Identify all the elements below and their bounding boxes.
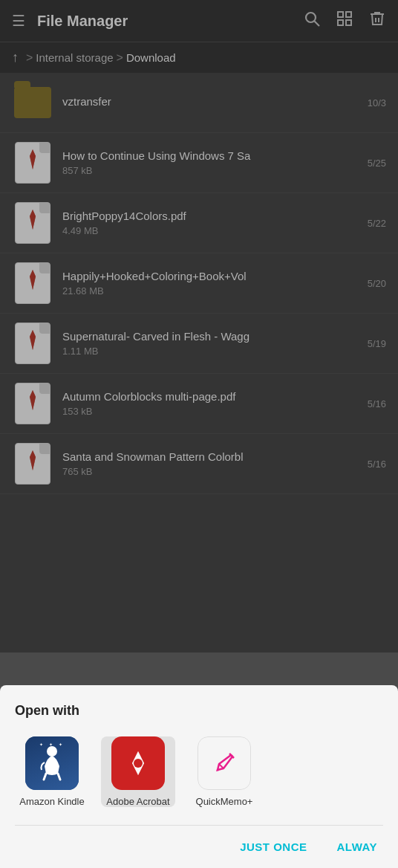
file-date: 10/3 [362,97,386,108]
list-item[interactable]: vztransfer 10/3 [0,73,398,133]
app-option-quickmemo[interactable]: QuickMemo+ [187,736,261,807]
breadcrumb-parent[interactable]: Internal storage [36,51,113,64]
file-size: 153 kB [62,406,362,417]
file-name: Supernatural- Carved in Flesh - Wagg [62,330,362,343]
file-info: vztransfer [62,95,362,111]
file-date: 5/16 [362,398,386,409]
pdf-icon-6 [12,443,53,485]
file-size: 857 kB [62,165,362,176]
up-icon[interactable]: ↑ [12,50,19,65]
header: ☰ File Manager [0,0,398,42]
kindle-icon: ✦ ✦ ✦ [25,736,79,790]
pdf-icon-2 [12,202,53,244]
pdf-icon-5 [12,383,53,424]
quickmemo-label: QuickMemo+ [196,796,253,807]
acrobat-icon [111,736,165,790]
app-title: File Manager [37,13,303,30]
file-date: 5/20 [362,278,386,289]
pdf-icon-1 [12,142,53,184]
list-item[interactable]: Autumn Colorblocks multi-page.pdf 153 kB… [0,374,398,434]
header-actions [303,10,386,32]
file-date: 5/25 [362,158,386,169]
delete-icon[interactable] [368,10,386,32]
app-option-acrobat[interactable]: Adobe Acrobat [101,736,175,807]
kindle-label: Amazon Kindle [19,796,84,807]
file-name: Happily+Hooked+Coloring+Book+Vol [62,270,362,282]
file-size: 4.49 MB [62,225,362,236]
file-name: Autumn Colorblocks multi-page.pdf [62,390,362,403]
list-item[interactable]: BrightPoppy14Colors.pdf 4.49 MB 5/22 [0,193,398,253]
file-date: 5/16 [362,459,386,470]
file-info: Happily+Hooked+Coloring+Book+Vol 21.68 M… [62,270,362,297]
open-with-title: Open with [15,703,383,719]
file-name: Santa and Snowman Pattern Colorbl [62,450,362,463]
file-info: Supernatural- Carved in Flesh - Wagg 1.1… [62,330,362,357]
file-list: vztransfer 10/3 How to Continue Using Wi… [0,73,398,494]
file-name: How to Continue Using Windows 7 Sa [62,149,362,162]
file-name: BrightPoppy14Colors.pdf [62,210,362,222]
file-info: Autumn Colorblocks multi-page.pdf 153 kB [62,390,362,417]
svg-rect-2 [338,12,343,17]
svg-rect-4 [338,20,343,25]
bottom-sheet-actions: JUST ONCE ALWAY [15,825,383,868]
just-once-button[interactable]: JUST ONCE [234,838,313,856]
list-item[interactable]: How to Continue Using Windows 7 Sa 857 k… [0,133,398,193]
file-size: 1.11 MB [62,346,362,357]
file-size: 765 kB [62,466,362,477]
app-option-kindle[interactable]: ✦ ✦ ✦ Amazon Kindle [15,736,89,807]
file-date: 5/22 [362,218,386,229]
app-options: ✦ ✦ ✦ Amazon Kindle Adobe Acrobat [15,736,383,807]
breadcrumb-separator-1: > [26,51,33,65]
acrobat-label: Adobe Acrobat [106,796,169,807]
svg-line-1 [315,22,320,27]
list-item[interactable]: Happily+Hooked+Coloring+Book+Vol 21.68 M… [0,253,398,314]
list-item[interactable]: Supernatural- Carved in Flesh - Wagg 1.1… [0,314,398,374]
svg-text:✦ ✦ ✦: ✦ ✦ ✦ [39,742,64,747]
file-info: BrightPoppy14Colors.pdf 4.49 MB [62,210,362,236]
menu-icon[interactable]: ☰ [12,12,25,30]
list-item[interactable]: Santa and Snowman Pattern Colorbl 765 kB… [0,434,398,494]
svg-point-6 [47,746,57,757]
folder-icon [12,82,53,123]
svg-rect-5 [346,20,351,25]
pdf-icon-4 [12,323,53,364]
file-size: 21.68 MB [62,285,362,297]
breadcrumb-current: Download [126,51,176,64]
bottom-sheet: Open with ✦ ✦ ✦ Amazon Kindle [0,685,398,868]
breadcrumb: ↑ > Internal storage > Download [0,42,398,73]
search-icon[interactable] [303,10,321,32]
always-button[interactable]: ALWAY [331,838,383,856]
file-name: vztransfer [62,95,362,108]
svg-rect-3 [346,12,351,17]
file-date: 5/19 [362,338,386,349]
quickmemo-icon [198,736,251,790]
svg-point-0 [306,13,316,22]
breadcrumb-separator-2: > [117,51,123,65]
file-info: How to Continue Using Windows 7 Sa 857 k… [62,149,362,176]
svg-point-8 [134,759,143,768]
file-info: Santa and Snowman Pattern Colorbl 765 kB [62,450,362,477]
view-toggle-icon[interactable] [336,10,353,32]
pdf-icon-3 [12,262,53,304]
